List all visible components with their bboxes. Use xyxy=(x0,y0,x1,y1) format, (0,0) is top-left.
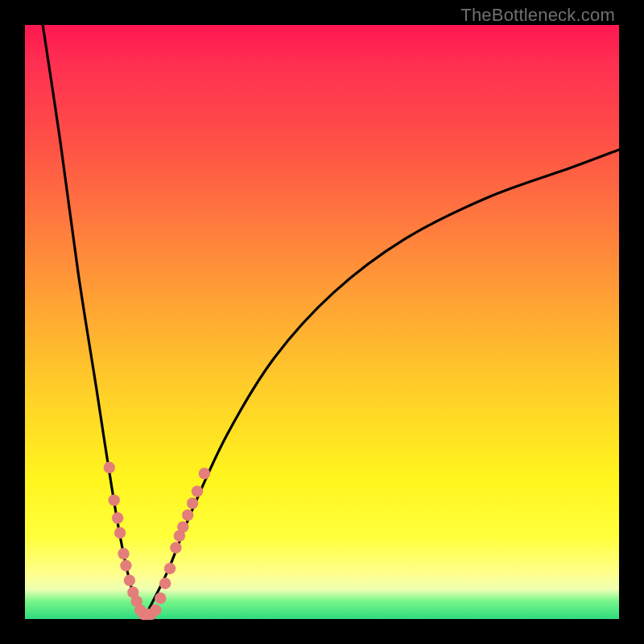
data-dot xyxy=(112,512,123,523)
data-dot xyxy=(192,485,203,497)
dots-group xyxy=(104,462,210,621)
data-dot xyxy=(150,605,161,616)
data-dot xyxy=(187,497,198,509)
left-branch-curve xyxy=(43,25,143,619)
data-dot xyxy=(109,494,120,506)
data-dot xyxy=(155,592,166,604)
data-dot xyxy=(120,559,131,571)
data-dot xyxy=(170,542,181,553)
curve-group xyxy=(43,25,619,619)
chart-svg xyxy=(25,25,619,619)
data-dot xyxy=(118,548,129,559)
watermark-text: TheBottleneck.com xyxy=(460,5,615,26)
data-dot xyxy=(124,575,135,586)
data-dot xyxy=(114,527,126,539)
data-dot xyxy=(164,563,175,574)
data-dot xyxy=(177,521,188,532)
data-dot xyxy=(199,468,210,479)
data-dot xyxy=(104,462,115,473)
data-dot xyxy=(159,578,171,589)
outer-frame: TheBottleneck.com xyxy=(0,0,644,644)
right-branch-curve xyxy=(144,150,619,619)
data-dot xyxy=(182,510,193,521)
